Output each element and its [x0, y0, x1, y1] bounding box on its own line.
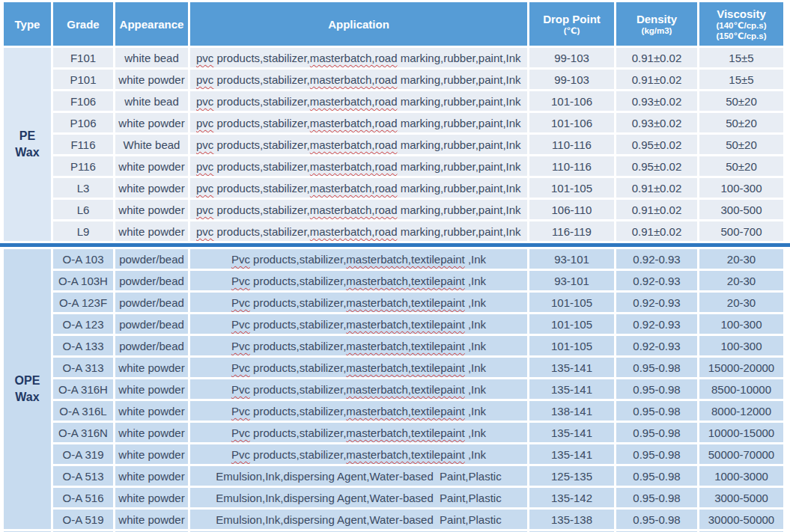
- appearance-cell: powder/bead: [115, 314, 188, 334]
- application-text-misspelled: pvc: [196, 160, 213, 173]
- table-row: O-A 123Fpowder/beadPvc products,stabiliz…: [4, 293, 783, 312]
- type-cell: OPEWax: [4, 249, 51, 529]
- application-text: ,Ink: [465, 405, 486, 418]
- application-text: marking,rubber,paint,Ink: [397, 52, 520, 64]
- viscosity-cell: 15±5: [699, 48, 783, 67]
- appearance-cell: white powder: [115, 423, 188, 442]
- application-text-misspelled: Pvc: [231, 275, 250, 287]
- application-text: products,stabilizer,: [250, 361, 346, 374]
- application-text: Emulsion,Ink,dispersing Agent,Water-base…: [216, 492, 501, 504]
- density-cell: 0.91±0.02: [616, 48, 697, 67]
- application-text: marking,rubber,paint,Ink: [397, 204, 520, 216]
- application-text-misspelled: masterbatch,textilepaint: [346, 296, 464, 309]
- density-cell: 0.93±0.02: [616, 91, 697, 111]
- density-cell: 0.91±0.02: [616, 178, 697, 198]
- drop-point-cell: 110-116: [529, 156, 614, 176]
- appearance-cell: powder/bead: [115, 336, 188, 355]
- drop-point-cell: 138-141: [529, 401, 614, 421]
- drop-point-cell: 135-141: [529, 423, 614, 442]
- grade-cell: F116: [53, 135, 113, 154]
- application-text: ,Ink: [465, 448, 486, 461]
- drop-point-cell: 101-105: [529, 293, 614, 312]
- application-text: products,stabilizer,: [213, 52, 309, 64]
- viscosity-cell: 20-30: [699, 293, 783, 312]
- density-cell: 0.95-0.98: [616, 488, 697, 507]
- viscosity-cell: 50±20: [699, 91, 783, 111]
- grade-cell: O-A 513: [53, 466, 113, 486]
- density-cell: 0.92-0.93: [616, 293, 697, 312]
- appearance-cell: white powder: [115, 444, 188, 464]
- col-header-type: Type: [4, 2, 51, 46]
- application-cell: Pvc products,stabilizer,masterbatch,text…: [190, 379, 527, 399]
- density-cell: 0.93±0.02: [616, 113, 697, 132]
- viscosity-cell: 15000-20000: [699, 358, 783, 377]
- drop-point-cell: 101-105: [529, 314, 614, 334]
- grade-cell: L6: [53, 200, 113, 219]
- viscosity-cell: 300-500: [699, 200, 783, 219]
- col-header-subtext: (kg/m3): [618, 25, 696, 36]
- ope-wax-table: OPEWaxO-A 103powder/beadPvc products,sta…: [1, 247, 786, 532]
- table-row: O-A 123powder/beadPvc products,stabilize…: [4, 314, 783, 334]
- appearance-cell: White bead: [115, 135, 188, 154]
- application-cell: pvc products,stabilizer,masterbatch,road…: [190, 156, 527, 176]
- application-text-misspelled: masterbatch,road: [310, 138, 398, 151]
- col-header-viscosity: Viscosity(140℃/cp.s)(150℃/cp.s): [699, 2, 783, 46]
- application-text-misspelled: masterbatch,textilepaint: [346, 383, 464, 396]
- application-cell: pvc products,stabilizer,masterbatch,road…: [190, 48, 527, 67]
- viscosity-cell: 50±20: [699, 156, 783, 176]
- application-text-misspelled: masterbatch,textilepaint: [346, 275, 464, 287]
- col-header-grade: Grade: [53, 2, 113, 46]
- density-cell: 0.92-0.93: [616, 271, 697, 290]
- col-header-subtext: (℃): [531, 25, 613, 36]
- application-text: ,Ink: [465, 340, 486, 352]
- drop-point-cell: 116-119: [529, 221, 614, 241]
- density-cell: 0.95-0.98: [616, 423, 697, 442]
- appearance-cell: white powder: [115, 358, 188, 377]
- application-text-misspelled: pvc: [196, 73, 213, 86]
- application-text: products,stabilizer,: [250, 383, 346, 396]
- application-text-misspelled: masterbatch,textilepaint: [346, 340, 464, 352]
- density-cell: 0.95-0.98: [616, 379, 697, 399]
- application-text: marking,rubber,paint,Ink: [397, 138, 520, 151]
- table-row: F116White beadpvc products,stabilizer,ma…: [4, 135, 783, 154]
- drop-point-cell: 135-141: [529, 379, 614, 399]
- drop-point-cell: 135-138: [529, 510, 614, 529]
- application-cell: pvc products,stabilizer,masterbatch,road…: [190, 135, 527, 154]
- drop-point-cell: 99-103: [529, 48, 614, 67]
- application-text-misspelled: masterbatch,textilepaint: [346, 361, 464, 374]
- application-text: ,Ink: [465, 426, 486, 439]
- application-cell: pvc products,stabilizer,masterbatch,road…: [190, 200, 527, 219]
- density-cell: 0.95-0.98: [616, 466, 697, 486]
- viscosity-cell: 50000-70000: [699, 444, 783, 464]
- density-cell: 0.95±0.02: [616, 135, 697, 154]
- application-text-misspelled: pvc: [196, 225, 213, 238]
- type-label-line: Wax: [5, 144, 49, 161]
- table-row: O-A 519white powderEmulsion,Ink,dispersi…: [4, 510, 783, 529]
- application-text-misspelled: Pvc: [231, 405, 250, 418]
- table-row: O-A 133powder/beadPvc products,stabilize…: [4, 336, 783, 355]
- application-cell: Pvc products,stabilizer,masterbatch,text…: [190, 293, 527, 312]
- application-cell: Pvc products,stabilizer,masterbatch,text…: [190, 271, 527, 290]
- application-text: Emulsion,Ink,dispersing Agent,Water-base…: [216, 513, 501, 526]
- application-text-misspelled: pvc: [196, 182, 213, 195]
- type-label-line: Wax: [5, 389, 49, 406]
- drop-point-cell: 110-116: [529, 135, 614, 154]
- application-cell: pvc products,stabilizer,masterbatch,road…: [190, 70, 527, 89]
- viscosity-cell: 50±20: [699, 135, 783, 154]
- grade-cell: O-A 133: [53, 336, 113, 355]
- table-row: O-A 103Hpowder/beadPvc products,stabiliz…: [4, 271, 783, 290]
- application-text-misspelled: Pvc: [231, 426, 250, 439]
- application-cell: Pvc products,stabilizer,masterbatch,text…: [190, 358, 527, 377]
- table-row: P101white powderpvc products,stabilizer,…: [4, 70, 783, 89]
- appearance-cell: white powder: [115, 113, 188, 132]
- viscosity-cell: 50±20: [699, 113, 783, 132]
- drop-point-cell: 101-105: [529, 178, 614, 198]
- application-cell: Pvc products,stabilizer,masterbatch,text…: [190, 444, 527, 464]
- application-text: products,stabilizer,: [250, 448, 346, 461]
- col-header-label: Appearance: [117, 18, 186, 31]
- drop-point-cell: 101-105: [529, 336, 614, 355]
- grade-cell: F106: [53, 91, 113, 111]
- viscosity-cell: 500-700: [699, 221, 783, 241]
- grade-cell: O-A 123: [53, 314, 113, 334]
- density-cell: 0.95-0.98: [616, 510, 697, 529]
